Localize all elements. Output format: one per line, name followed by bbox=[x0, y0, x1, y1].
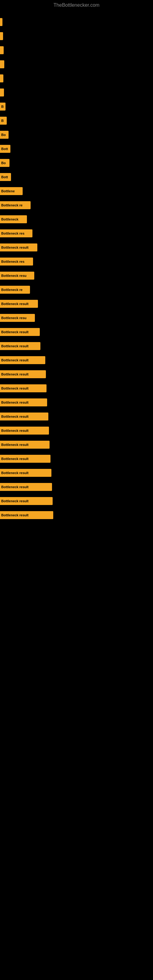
bar-item: Bottleneck result bbox=[0, 426, 49, 434]
bar-label: Bo bbox=[1, 133, 6, 137]
bar-row: Bottleneck resu bbox=[0, 311, 153, 325]
bar-label: Bottleneck res bbox=[1, 260, 24, 263]
bar-item: Bottleneck result bbox=[0, 483, 52, 491]
bar-label: Bottleneck result bbox=[1, 401, 29, 404]
bar-label: Bottleneck result bbox=[1, 344, 29, 348]
bar-item: Bo bbox=[0, 131, 9, 139]
bar-item: B bbox=[0, 117, 7, 125]
bar-row: Bottleneck result bbox=[0, 452, 153, 466]
bar-row: Bottleneck res bbox=[0, 227, 153, 240]
bars-container: BBBoBottBoBottBottleneBottleneck reBottl… bbox=[0, 9, 153, 522]
bar-item: Bo bbox=[0, 159, 10, 167]
bar-item: Bottleneck result bbox=[0, 328, 40, 336]
bar-row: Bottleneck result bbox=[0, 241, 153, 254]
bar-label: Bottleneck result bbox=[1, 387, 29, 390]
bar-item bbox=[0, 75, 3, 83]
bar-item: Bottleneck result bbox=[0, 384, 46, 392]
bar-label: Bottleneck re bbox=[1, 288, 22, 291]
bar-item: Bottleneck result bbox=[0, 300, 38, 308]
bar-row: Bott bbox=[0, 142, 153, 156]
bar-row: Bottleneck resu bbox=[0, 269, 153, 282]
bar-label: Bottlene bbox=[1, 189, 15, 193]
bar-item: Bottleneck resu bbox=[0, 272, 34, 280]
bar-row: Bottleneck result bbox=[0, 325, 153, 339]
bar-row: Bott bbox=[0, 170, 153, 184]
bar-label: Bottleneck result bbox=[1, 429, 29, 433]
bar-label: Bottleneck result bbox=[1, 372, 29, 376]
bar-label: Bottleneck result bbox=[1, 415, 29, 418]
bar-row: Bottleneck result bbox=[0, 424, 153, 438]
bar-item: Bottleneck result bbox=[0, 356, 45, 364]
bar-label: Bottleneck result bbox=[1, 443, 29, 447]
bar-label: Bottleneck result bbox=[1, 457, 29, 461]
bar-row: Bottleneck result bbox=[0, 353, 153, 367]
bar-item: Bottleneck result bbox=[0, 511, 53, 519]
bar-label: Bottleneck re bbox=[1, 204, 22, 207]
bar-label: Bottleneck resu bbox=[1, 316, 27, 320]
bar-label: Bo bbox=[1, 161, 6, 165]
bar-row: Bottleneck result bbox=[0, 480, 153, 494]
bar-row: B bbox=[0, 100, 153, 113]
bar-label: Bottleneck result bbox=[1, 330, 29, 334]
bar-label: Bottleneck result bbox=[1, 302, 29, 305]
site-title: TheBottlenecker.com bbox=[0, 0, 153, 9]
bar-item: Bottlene bbox=[0, 187, 22, 195]
bar-item bbox=[0, 89, 4, 97]
bar-row: Bottleneck result bbox=[0, 410, 153, 423]
bar-label: Bott bbox=[1, 175, 8, 179]
bar-row: Bottleneck result bbox=[0, 339, 153, 353]
bar-row: Bottleneck re bbox=[0, 283, 153, 296]
bar-item bbox=[0, 32, 3, 40]
bar-row: Bottleneck result bbox=[0, 382, 153, 395]
bar-row: Bottleneck res bbox=[0, 255, 153, 268]
bar-row: Bottleneck bbox=[0, 213, 153, 226]
bar-row: Bottleneck result bbox=[0, 396, 153, 409]
bar-label: Bottleneck result bbox=[1, 499, 29, 503]
bar-item: Bottleneck result bbox=[0, 370, 46, 378]
bar-row: B bbox=[0, 114, 153, 127]
bar-label: Bottleneck result bbox=[1, 513, 29, 517]
bar-row: Bo bbox=[0, 156, 153, 170]
bar-row bbox=[0, 29, 153, 43]
bar-item: Bottleneck result bbox=[0, 398, 47, 406]
bar-item: Bottleneck res bbox=[0, 229, 32, 237]
bar-label: Bott bbox=[1, 147, 8, 151]
bar-label: Bottleneck result bbox=[1, 471, 29, 475]
bar-item: Bottleneck bbox=[0, 215, 27, 223]
bar-label: Bottleneck res bbox=[1, 232, 24, 235]
bar-row: Bottleneck result bbox=[0, 368, 153, 381]
bar-row: Bottleneck re bbox=[0, 199, 153, 212]
bar-label: Bottleneck resu bbox=[1, 274, 27, 277]
bar-item: Bottleneck result bbox=[0, 342, 40, 350]
bar-row bbox=[0, 43, 153, 57]
bar-row: Bo bbox=[0, 128, 153, 142]
bar-row: Bottleneck result bbox=[0, 297, 153, 310]
bar-item: Bottleneck result bbox=[0, 497, 53, 505]
bar-row: Bottleneck result bbox=[0, 466, 153, 480]
bar-item: Bottleneck result bbox=[0, 412, 48, 420]
bar-item: Bott bbox=[0, 145, 10, 153]
bar-row bbox=[0, 57, 153, 71]
bar-label: Bottleneck result bbox=[1, 246, 29, 249]
bar-label: Bottleneck result bbox=[1, 358, 29, 362]
bar-row: Bottleneck result bbox=[0, 508, 153, 522]
bar-row bbox=[0, 86, 153, 99]
bar-row: Bottleneck result bbox=[0, 494, 153, 508]
bar-item bbox=[0, 60, 4, 68]
bar-item: Bottleneck resu bbox=[0, 314, 35, 322]
bar-item: Bottleneck result bbox=[0, 441, 49, 449]
bar-row: Bottleneck result bbox=[0, 438, 153, 452]
bar-item: Bottleneck result bbox=[0, 243, 37, 251]
bar-label: Bottleneck bbox=[1, 218, 18, 221]
bar-item: Bottleneck result bbox=[0, 469, 51, 477]
bar-item: Bottleneck re bbox=[0, 286, 30, 294]
bar-row bbox=[0, 72, 153, 85]
bar-label: B bbox=[1, 105, 4, 108]
bar-item: B bbox=[0, 103, 5, 111]
bar-row: Bottlene bbox=[0, 185, 153, 198]
bar-label: B bbox=[1, 119, 4, 123]
bar-label: Bottleneck result bbox=[1, 485, 29, 489]
bar-row bbox=[0, 15, 153, 29]
bar-item: Bottleneck res bbox=[0, 258, 33, 266]
bar-item bbox=[0, 46, 4, 54]
